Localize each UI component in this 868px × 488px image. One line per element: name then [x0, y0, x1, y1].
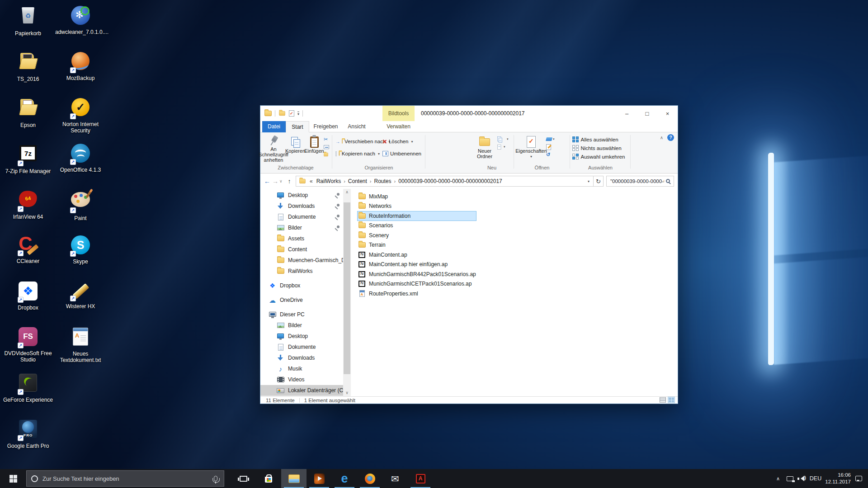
desktop-icon-irfanview[interactable]: IrfanView 64	[3, 188, 53, 220]
file-row-scenarios[interactable]: Scenarios	[357, 221, 476, 231]
file-row-mixmap[interactable]: MixMap	[357, 192, 476, 202]
folder-icon[interactable]	[279, 111, 285, 116]
file-row-terrain[interactable]: Terrain	[357, 240, 476, 250]
nav-item-videos[interactable]: Videos	[260, 374, 343, 385]
start-button[interactable]	[0, 469, 26, 488]
nav-item-dropbox[interactable]: Dropbox	[260, 280, 343, 291]
desktop-icon-epson[interactable]: Epson	[3, 96, 53, 128]
breadcrumb[interactable]: « RailWorks › Content › Routes › 0000003…	[296, 176, 594, 187]
desktop-icon-geforce[interactable]: GeForce Experience	[3, 372, 53, 403]
easy-access-button[interactable]: ▾	[497, 136, 510, 142]
minimize-button[interactable]: –	[617, 106, 637, 121]
desktop-icon-paint[interactable]: Paint	[55, 188, 106, 221]
microphone-icon[interactable]	[214, 476, 217, 481]
copy-button[interactable]: Kopieren	[286, 134, 305, 162]
tab-freigeben[interactable]: Freigeben	[309, 121, 342, 132]
taskbar-search-input[interactable]	[38, 475, 214, 483]
select-all-button[interactable]: Alles auswählen	[572, 135, 618, 144]
file-row-maincontent-hier-einfuegen[interactable]: MainContent.ap hier einfügen.ap	[357, 260, 476, 270]
invert-selection-button[interactable]: Auswahl umkehren	[572, 152, 625, 161]
task-view-button[interactable]	[231, 469, 256, 488]
desktop-icon-papierkorb[interactable]: Papierkorb	[3, 5, 53, 37]
tab-datei[interactable]: Datei	[262, 121, 286, 132]
tab-ansicht[interactable]: Ansicht	[342, 121, 371, 132]
nav-item-content[interactable]: Content	[260, 244, 343, 255]
desktop-icon-ccleaner[interactable]: CCleaner	[3, 234, 53, 264]
contextual-tab-bildtools[interactable]: Bildtools	[382, 106, 415, 121]
breadcrumb-overflow-chevron[interactable]: «	[310, 178, 313, 184]
breadcrumb-content[interactable]: Content	[346, 178, 369, 184]
action-center-icon[interactable]	[853, 476, 864, 481]
customize-toolbar-icon[interactable]: ▾	[297, 112, 299, 116]
scroll-down-icon[interactable]: ∨	[343, 390, 351, 395]
search-icon[interactable]	[666, 179, 670, 183]
nav-item-downloads[interactable]: Downloads	[260, 201, 343, 211]
cut-button[interactable]	[324, 136, 330, 142]
refresh-button[interactable]: ↻	[594, 176, 604, 187]
nav-item-onedrive[interactable]: OneDrive	[260, 295, 343, 305]
title-bar[interactable]: ▾ Bildtools 00000039-0000-0000-0000-0000…	[260, 106, 678, 121]
nav-item-bilder[interactable]: Bilder	[260, 222, 343, 233]
desktop-icon-dropbox[interactable]: Dropbox	[3, 280, 53, 311]
desktop-icon-googleearth[interactable]: Google Earth Pro	[3, 418, 53, 449]
media-player-button[interactable]	[307, 469, 332, 488]
history-button[interactable]	[546, 151, 561, 158]
desktop-icon-mozbackup[interactable]: MozBackup	[55, 50, 106, 81]
new-item-button[interactable]: ▾	[497, 144, 510, 150]
paste-button[interactable]: Einfügen	[305, 134, 324, 162]
desktop-icon-7zip[interactable]: 7-Zip File Manager	[3, 142, 53, 174]
forward-button[interactable]: →	[271, 178, 279, 185]
file-row-icet-scenarios[interactable]: MunichGarmischICETPack01Scenarios.ap	[357, 279, 476, 289]
volume-icon[interactable]: ))	[796, 476, 807, 482]
details-view-icon[interactable]	[660, 397, 666, 403]
file-row-networks[interactable]: Networks	[357, 202, 476, 211]
desktop-icon-openoffice[interactable]: OpenOffice 4.1.3	[55, 142, 106, 173]
properties-button[interactable]: Eigenschaften	[516, 134, 546, 162]
chevron-up-icon[interactable]: ∧	[772, 476, 784, 482]
select-none-button[interactable]: Nichts auswählen	[572, 144, 622, 152]
thumbnail-view-button[interactable]	[668, 397, 675, 403]
close-button[interactable]: ×	[657, 106, 678, 121]
nav-item-dieser-pc[interactable]: Dieser PC	[260, 309, 343, 320]
back-button[interactable]: ←	[263, 178, 271, 185]
store-button[interactable]	[256, 469, 281, 488]
file-row-routeinformation-selected[interactable]: RouteInformation	[357, 211, 476, 221]
nav-item-pc-desktop[interactable]: Desktop	[260, 331, 343, 342]
nav-item-railworks[interactable]: RailWorks	[260, 266, 343, 277]
nav-item-lokaler-datentraeger[interactable]: Lokaler Datenträger (C:)	[260, 385, 343, 396]
nav-scrollbar[interactable]: ∧ ∨	[343, 189, 351, 396]
desktop-icon-dvdvideosoft[interactable]: DVDVideoSoft Free Studio	[3, 326, 53, 363]
nav-item-pc-downloads[interactable]: Downloads	[260, 352, 343, 363]
breadcrumb-routes[interactable]: Routes	[373, 178, 393, 184]
nav-item-pc-dokumente[interactable]: Dokumente	[260, 342, 343, 352]
network-icon[interactable]	[784, 476, 796, 481]
desktop-icon-norton[interactable]: Norton Internet Security	[55, 96, 106, 134]
move-to-button[interactable]: → Verschieben nach	[334, 136, 381, 146]
taskbar-search[interactable]	[26, 470, 224, 487]
nav-item-muenchen-garmisch[interactable]: Muenchen-Garmisch_De	[260, 255, 343, 266]
recent-locations-icon[interactable]: ∨	[279, 179, 285, 183]
edit-button[interactable]	[546, 144, 561, 150]
delete-button[interactable]: Löschen	[381, 136, 423, 146]
help-icon[interactable]	[667, 134, 674, 141]
file-row-scenery[interactable]: Scenery	[357, 230, 476, 240]
file-row-br442-scenarios[interactable]: MunichGarmischBR442Pack01Scenarios.ap	[357, 269, 476, 279]
file-explorer-button[interactable]	[281, 469, 307, 488]
copy-to-button[interactable]: Kopieren nach	[334, 149, 381, 159]
tab-verwalten[interactable]: Verwalten	[382, 121, 415, 132]
address-dropdown-icon[interactable]: ▾	[586, 179, 591, 183]
tab-start[interactable]: Start	[286, 121, 309, 132]
desktop-icon-wisterer[interactable]: Wisterer HX	[55, 280, 106, 310]
properties-check-icon[interactable]	[289, 110, 294, 117]
clock[interactable]: 16:06 12.11.2017	[824, 472, 853, 485]
nav-item-dokumente[interactable]: Dokumente	[260, 211, 343, 222]
desktop-icon-skype[interactable]: Skype	[55, 234, 106, 265]
breadcrumb-railworks[interactable]: RailWorks	[315, 178, 343, 184]
nav-item-assets[interactable]: Assets	[260, 233, 343, 244]
collapse-ribbon-icon[interactable]: ∧	[660, 135, 663, 140]
breadcrumb-current-folder[interactable]: 00000039-0000-0000-0000-000000002017	[396, 178, 504, 184]
file-list[interactable]: MixMap Networks RouteInformation Scenari…	[351, 189, 678, 396]
nav-item-musik[interactable]: Musik	[260, 363, 343, 374]
rename-button[interactable]: Umbenennen	[381, 149, 423, 159]
new-folder-button[interactable]: Neuer Ordner	[472, 134, 497, 162]
